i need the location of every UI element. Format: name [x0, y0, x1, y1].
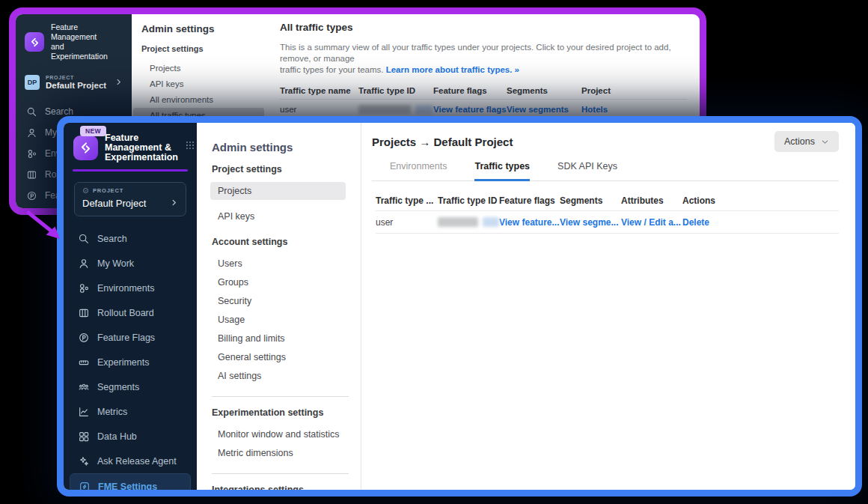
- sidebar-item-data-hub[interactable]: Data Hub: [64, 424, 197, 449]
- ask-release-agent-icon: [78, 455, 90, 467]
- back-app-title: Feature Management and Experimentation: [51, 22, 123, 61]
- front-window: NEW Feature Management & Experimentation…: [57, 116, 862, 497]
- redacted-id: [483, 217, 499, 227]
- admin-item-projects[interactable]: Projects: [133, 61, 264, 76]
- divider: [376, 233, 839, 234]
- chevron-right-icon: [170, 196, 178, 210]
- project-circle-icon: [82, 187, 89, 194]
- sidebar-item-metrics[interactable]: Metrics: [64, 399, 197, 424]
- table-header-row: Traffic type ... Traffic type ID Feature…: [376, 191, 839, 210]
- fme-logo-icon: [73, 136, 98, 160]
- sidebar-item-label: Search: [45, 106, 73, 117]
- user-icon: [78, 258, 90, 270]
- section-heading: Account settings: [212, 237, 361, 247]
- admin-item-groups[interactable]: Groups: [197, 273, 361, 292]
- section-heading: Integrations settings: [212, 485, 361, 495]
- admin-item-api-keys[interactable]: API keys: [133, 76, 264, 91]
- view-segments-link[interactable]: View segments: [507, 105, 569, 114]
- sidebar-item-experiments[interactable]: Experiments: [64, 350, 197, 374]
- tab-sdk-api-keys[interactable]: SDK API Keys: [557, 161, 617, 180]
- data-hub-icon: [78, 431, 90, 443]
- back-app-logo-row: Feature Management and Experimentation: [16, 14, 132, 68]
- sidebar-item-segments[interactable]: Segments: [64, 374, 197, 399]
- view-feature-flags-link[interactable]: View feature flags: [433, 105, 507, 114]
- sidebar-item-label: Feature Flags: [97, 333, 155, 343]
- section-heading: Project settings: [212, 164, 361, 174]
- sidebar-item-rollout-board[interactable]: Rollout Board: [64, 300, 197, 325]
- actions-button[interactable]: Actions: [774, 131, 839, 152]
- front-project-selector[interactable]: PROJECT Default Project: [74, 182, 186, 216]
- admin-item-general-settings[interactable]: General settings: [197, 348, 361, 367]
- desktop-background: Feature Management and Experimentation D…: [0, 0, 868, 504]
- description-line: traffic types for your teams.: [280, 65, 383, 74]
- sidebar-item-label: Rollout Board: [97, 308, 154, 318]
- admin-item-metric-dimensions[interactable]: Metric dimensions: [197, 444, 361, 463]
- project-label: PROJECT: [93, 187, 123, 194]
- learn-more-link[interactable]: Learn more about traffic types. »: [386, 65, 519, 74]
- sidebar-item-label: Segments: [97, 382, 139, 392]
- admin-item-security[interactable]: Security: [197, 292, 361, 311]
- search-icon: [78, 233, 90, 245]
- column-header: Feature flags: [499, 191, 560, 210]
- search-icon: [26, 106, 37, 118]
- table-header-row: Traffic type name Traffic type ID Featur…: [280, 82, 688, 99]
- tab-bar: Environments Traffic types SDK API Keys: [372, 161, 839, 181]
- admin-item-billing-and-limits[interactable]: Billing and limits: [197, 330, 361, 348]
- segments-icon: [78, 381, 90, 393]
- chevron-right-icon: [114, 76, 123, 89]
- admin-item-usage[interactable]: Usage: [197, 311, 361, 330]
- chevron-down-icon: [821, 138, 829, 146]
- redacted-id: [438, 217, 478, 227]
- sidebar-item-environments[interactable]: Environments: [64, 276, 197, 300]
- page-header: Projects → Default Project Actions: [372, 123, 839, 152]
- experiments-icon: [78, 356, 90, 368]
- column-header: Actions: [682, 191, 839, 210]
- fme-settings-icon: [79, 481, 91, 493]
- admin-item-all-environments[interactable]: All environments: [133, 92, 264, 107]
- new-badge: NEW: [80, 126, 106, 136]
- table-row: user View feature... View segme... View …: [376, 211, 839, 233]
- project-label: PROJECT: [46, 75, 106, 80]
- column-header: Project: [581, 82, 688, 99]
- admin-item-projects[interactable]: Projects: [210, 182, 346, 200]
- rollout-board-icon: [26, 169, 37, 180]
- sidebar-item-search[interactable]: Search: [64, 226, 197, 251]
- app-switcher-grid-icon[interactable]: [185, 140, 195, 154]
- breadcrumb: Projects → Default Project: [372, 136, 513, 148]
- view-segments-link[interactable]: View segme...: [560, 217, 619, 228]
- view-feature-flags-link[interactable]: View feature...: [499, 217, 559, 228]
- column-header: Segments: [560, 191, 621, 210]
- back-project-selector[interactable]: DP PROJECT Default Project: [16, 68, 132, 97]
- sidebar-item-label: Ask Release Agent: [97, 456, 177, 467]
- tab-environments[interactable]: Environments: [390, 161, 447, 180]
- section-heading: Project settings: [141, 44, 268, 53]
- sidebar-item-ask-release-agent[interactable]: Ask Release Agent: [64, 449, 197, 473]
- app-title-line: and Experimentation: [51, 42, 123, 61]
- front-admin-settings-panel: Admin settings Project settings Projects…: [197, 123, 361, 490]
- view-edit-attributes-link[interactable]: View / Edit a...: [621, 217, 681, 228]
- column-header: Traffic type ID: [438, 191, 499, 210]
- front-sidebar: NEW Feature Management & Experimentation…: [64, 123, 197, 490]
- app-title-line: Experimentation: [105, 153, 178, 163]
- app-title-line: Feature Management: [51, 22, 123, 42]
- sidebar-item-label: Environments: [97, 283, 154, 294]
- project-link[interactable]: Hotels: [581, 105, 608, 114]
- sidebar-item-my-work[interactable]: My Work: [64, 251, 197, 276]
- tab-traffic-types[interactable]: Traffic types: [474, 161, 530, 181]
- sidebar-item-label: Data Hub: [97, 431, 137, 442]
- annotation-arrow: [22, 208, 69, 246]
- admin-item-monitor-window[interactable]: Monitor window and statistics: [197, 425, 361, 444]
- column-header: Feature flags: [433, 82, 507, 99]
- delete-link[interactable]: Delete: [682, 217, 709, 228]
- column-header: Attributes: [621, 191, 682, 210]
- admin-item-ai-settings[interactable]: AI settings: [197, 367, 361, 386]
- sidebar-item-feature-flags[interactable]: Feature Flags: [64, 325, 197, 350]
- admin-item-users[interactable]: Users: [197, 255, 361, 273]
- feature-flags-icon: [26, 190, 37, 201]
- redacted-id: [415, 105, 433, 114]
- sidebar-item-fme-settings[interactable]: FME Settings: [70, 473, 191, 497]
- sidebar-item-label: Experiments: [97, 357, 149, 368]
- admin-item-api-keys[interactable]: API keys: [197, 207, 361, 226]
- sidebar-item-label: Metrics: [97, 407, 127, 417]
- front-app-title: Feature Management & Experimentation: [105, 133, 178, 163]
